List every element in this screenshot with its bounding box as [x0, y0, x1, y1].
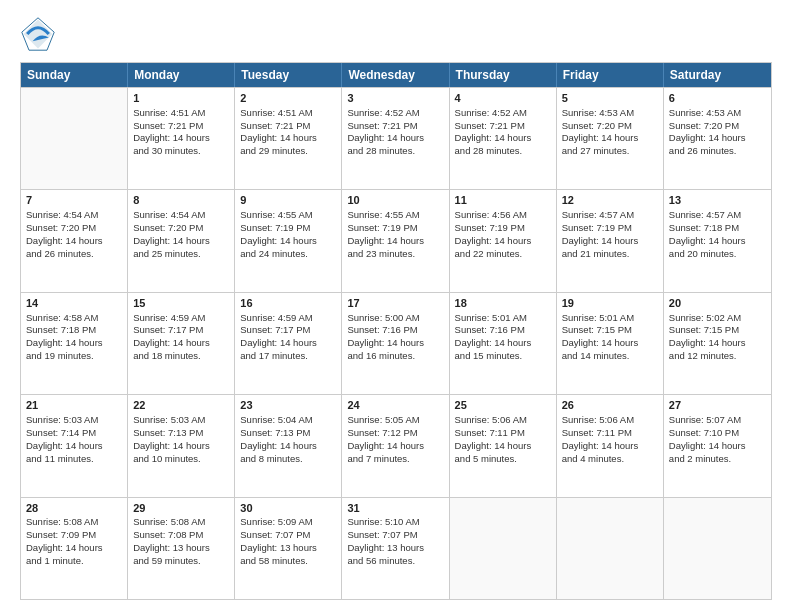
- day-info-line: Sunset: 7:17 PM: [240, 324, 336, 337]
- day-info-line: Sunset: 7:16 PM: [455, 324, 551, 337]
- day-info-line: Daylight: 13 hours: [133, 542, 229, 555]
- cal-week-row: 14Sunrise: 4:58 AMSunset: 7:18 PMDayligh…: [21, 292, 771, 394]
- day-info-line: Daylight: 13 hours: [347, 542, 443, 555]
- day-info-line: Daylight: 14 hours: [562, 440, 658, 453]
- day-info-line: Sunrise: 5:00 AM: [347, 312, 443, 325]
- day-info-line: Sunset: 7:18 PM: [26, 324, 122, 337]
- day-info-line: Sunrise: 5:03 AM: [133, 414, 229, 427]
- day-info-line: Sunrise: 4:51 AM: [240, 107, 336, 120]
- cal-cell: 14Sunrise: 4:58 AMSunset: 7:18 PMDayligh…: [21, 293, 128, 394]
- day-info-line: and 15 minutes.: [455, 350, 551, 363]
- day-info-line: Sunrise: 5:03 AM: [26, 414, 122, 427]
- cal-header-day: Monday: [128, 63, 235, 87]
- day-info-line: and 29 minutes.: [240, 145, 336, 158]
- day-number: 2: [240, 91, 336, 106]
- day-info-line: Daylight: 14 hours: [562, 235, 658, 248]
- day-info-line: Sunrise: 4:52 AM: [347, 107, 443, 120]
- day-number: 12: [562, 193, 658, 208]
- day-number: 8: [133, 193, 229, 208]
- day-number: 16: [240, 296, 336, 311]
- cal-cell: 30Sunrise: 5:09 AMSunset: 7:07 PMDayligh…: [235, 498, 342, 599]
- day-number: 17: [347, 296, 443, 311]
- day-info-line: and 20 minutes.: [669, 248, 766, 261]
- day-number: 24: [347, 398, 443, 413]
- day-number: 31: [347, 501, 443, 516]
- day-number: 14: [26, 296, 122, 311]
- cal-cell: 3Sunrise: 4:52 AMSunset: 7:21 PMDaylight…: [342, 88, 449, 189]
- cal-cell: 10Sunrise: 4:55 AMSunset: 7:19 PMDayligh…: [342, 190, 449, 291]
- day-info-line: and 10 minutes.: [133, 453, 229, 466]
- day-info-line: and 19 minutes.: [26, 350, 122, 363]
- day-info-line: Sunrise: 5:02 AM: [669, 312, 766, 325]
- day-info-line: Daylight: 14 hours: [455, 132, 551, 145]
- day-info-line: Sunset: 7:15 PM: [562, 324, 658, 337]
- day-info-line: Sunset: 7:14 PM: [26, 427, 122, 440]
- day-info-line: Sunrise: 4:54 AM: [133, 209, 229, 222]
- day-info-line: and 17 minutes.: [240, 350, 336, 363]
- day-number: 9: [240, 193, 336, 208]
- cal-header-day: Thursday: [450, 63, 557, 87]
- day-number: 5: [562, 91, 658, 106]
- day-info-line: Daylight: 14 hours: [133, 440, 229, 453]
- day-info-line: Sunrise: 4:54 AM: [26, 209, 122, 222]
- day-number: 6: [669, 91, 766, 106]
- day-info-line: Sunrise: 4:58 AM: [26, 312, 122, 325]
- day-info-line: Sunset: 7:21 PM: [133, 120, 229, 133]
- day-info-line: and 24 minutes.: [240, 248, 336, 261]
- day-info-line: Daylight: 14 hours: [562, 132, 658, 145]
- day-info-line: Sunrise: 5:07 AM: [669, 414, 766, 427]
- day-info-line: Sunset: 7:21 PM: [455, 120, 551, 133]
- logo-icon: [20, 16, 56, 52]
- day-info-line: Sunrise: 5:01 AM: [455, 312, 551, 325]
- calendar: SundayMondayTuesdayWednesdayThursdayFrid…: [20, 62, 772, 600]
- cal-cell: 18Sunrise: 5:01 AMSunset: 7:16 PMDayligh…: [450, 293, 557, 394]
- cal-cell: 21Sunrise: 5:03 AMSunset: 7:14 PMDayligh…: [21, 395, 128, 496]
- day-info-line: Daylight: 14 hours: [26, 337, 122, 350]
- day-number: 27: [669, 398, 766, 413]
- day-number: 13: [669, 193, 766, 208]
- day-info-line: Sunset: 7:07 PM: [240, 529, 336, 542]
- cal-week-row: 7Sunrise: 4:54 AMSunset: 7:20 PMDaylight…: [21, 189, 771, 291]
- day-info-line: Sunrise: 5:08 AM: [133, 516, 229, 529]
- day-number: 18: [455, 296, 551, 311]
- day-info-line: Sunrise: 5:04 AM: [240, 414, 336, 427]
- day-number: 19: [562, 296, 658, 311]
- day-info-line: Sunset: 7:12 PM: [347, 427, 443, 440]
- day-info-line: and 28 minutes.: [455, 145, 551, 158]
- day-info-line: Sunset: 7:20 PM: [133, 222, 229, 235]
- cal-header-day: Tuesday: [235, 63, 342, 87]
- day-info-line: Daylight: 14 hours: [347, 337, 443, 350]
- day-info-line: Daylight: 14 hours: [26, 235, 122, 248]
- cal-cell: 7Sunrise: 4:54 AMSunset: 7:20 PMDaylight…: [21, 190, 128, 291]
- day-info-line: Sunset: 7:08 PM: [133, 529, 229, 542]
- cal-cell: 25Sunrise: 5:06 AMSunset: 7:11 PMDayligh…: [450, 395, 557, 496]
- cal-header-day: Wednesday: [342, 63, 449, 87]
- day-number: 20: [669, 296, 766, 311]
- cal-cell: 2Sunrise: 4:51 AMSunset: 7:21 PMDaylight…: [235, 88, 342, 189]
- day-info-line: and 28 minutes.: [347, 145, 443, 158]
- cal-cell: 13Sunrise: 4:57 AMSunset: 7:18 PMDayligh…: [664, 190, 771, 291]
- day-info-line: and 11 minutes.: [26, 453, 122, 466]
- cal-cell: 31Sunrise: 5:10 AMSunset: 7:07 PMDayligh…: [342, 498, 449, 599]
- day-info-line: Daylight: 14 hours: [133, 337, 229, 350]
- day-info-line: Sunset: 7:13 PM: [133, 427, 229, 440]
- day-info-line: and 14 minutes.: [562, 350, 658, 363]
- day-info-line: Sunset: 7:15 PM: [669, 324, 766, 337]
- day-info-line: Sunrise: 4:59 AM: [133, 312, 229, 325]
- day-info-line: Daylight: 14 hours: [240, 337, 336, 350]
- day-info-line: and 18 minutes.: [133, 350, 229, 363]
- day-info-line: Daylight: 14 hours: [562, 337, 658, 350]
- day-info-line: Sunrise: 4:53 AM: [562, 107, 658, 120]
- calendar-header: SundayMondayTuesdayWednesdayThursdayFrid…: [21, 63, 771, 87]
- day-info-line: Daylight: 14 hours: [240, 235, 336, 248]
- day-info-line: Sunset: 7:09 PM: [26, 529, 122, 542]
- header: [20, 16, 772, 52]
- day-number: 25: [455, 398, 551, 413]
- cal-header-day: Friday: [557, 63, 664, 87]
- day-info-line: Daylight: 14 hours: [240, 440, 336, 453]
- day-info-line: Sunset: 7:20 PM: [669, 120, 766, 133]
- day-info-line: and 56 minutes.: [347, 555, 443, 568]
- day-info-line: Sunrise: 4:52 AM: [455, 107, 551, 120]
- day-info-line: and 22 minutes.: [455, 248, 551, 261]
- day-info-line: Daylight: 13 hours: [240, 542, 336, 555]
